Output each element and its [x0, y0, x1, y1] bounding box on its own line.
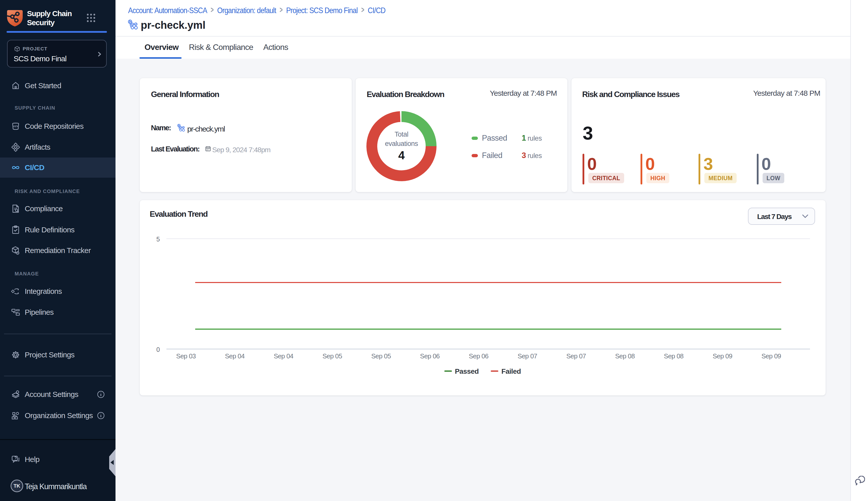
svg-text:Sep 07: Sep 07: [566, 352, 586, 360]
svg-text:Sep 04: Sep 04: [274, 352, 293, 360]
svg-text:Sep 08: Sep 08: [664, 352, 683, 360]
svg-text:Sep 09: Sep 09: [761, 352, 781, 360]
svg-text:Sep 06: Sep 06: [469, 352, 489, 360]
svg-text:Sep 08: Sep 08: [615, 352, 635, 360]
svg-text:Sep 03: Sep 03: [176, 352, 196, 360]
svg-text:Sep 04: Sep 04: [225, 352, 244, 360]
svg-text:0: 0: [156, 346, 160, 353]
svg-text:Sep 05: Sep 05: [371, 352, 391, 360]
svg-text:Sep 05: Sep 05: [322, 352, 342, 360]
svg-text:Sep 09: Sep 09: [713, 352, 732, 360]
svg-text:Sep 07: Sep 07: [517, 352, 537, 360]
svg-text:Sep 06: Sep 06: [420, 352, 440, 360]
svg-text:5: 5: [156, 236, 160, 243]
